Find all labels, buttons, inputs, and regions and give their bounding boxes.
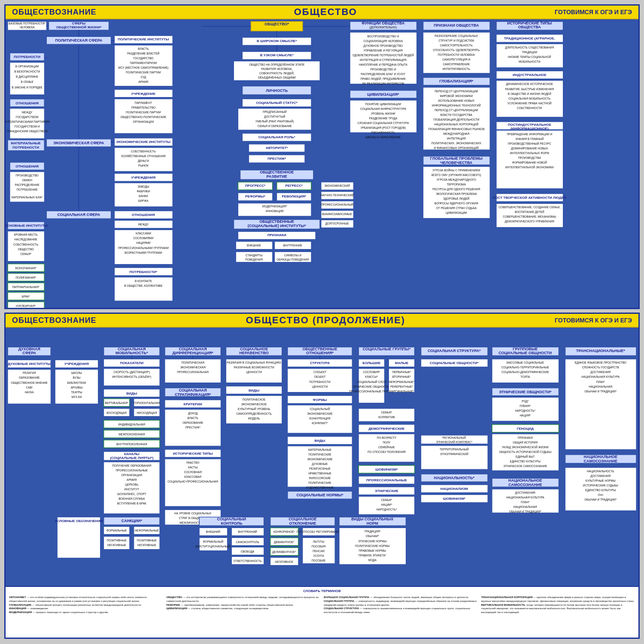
svg-text:ПОЗИТИВНЫЕ: ПОЗИТИВНЫЕ	[107, 539, 127, 542]
svg-text:НАЦИОНАЛЬНАЯ КУЛЬТУРА: НАЦИОНАЛЬНАЯ КУЛЬТУРА	[581, 376, 620, 379]
svg-text:КОНКУРЕНЦИЯ: КОНКУРЕНЦИЯ	[309, 417, 330, 420]
svg-text:ВИДЫ: ВИДЫ	[126, 392, 137, 395]
svg-text:НЕРАВЕНСТВО: НЕРАВЕНСТВО	[239, 351, 268, 355]
svg-text:ЭКОНОМИЧЕСКОЕ: ЭКОНОМИЧЕСКОЕ	[241, 403, 267, 406]
svg-text:ПРИЗНАКИ: ПРИЗНАКИ	[518, 436, 533, 439]
svg-text:НАЦИЯ*: НАЦИЯ*	[519, 414, 531, 417]
svg-text:СОЦИАЛЬНАЯ СФЕРА: СОЦИАЛЬНАЯ СФЕРА	[58, 213, 100, 217]
svg-text:ТЕРРОРИЗМА: ТЕРРОРИЗМА	[447, 183, 466, 186]
svg-text:В УЗКОМ СМЫСЛЕ*: В УЗКОМ СМЫСЛЕ*	[260, 53, 294, 57]
svg-text:ФОРМАЛЬНЫЙ: ФОРМАЛЬНЫЙ	[203, 540, 223, 543]
svg-text:ЭКОНОМИЧЕСКИЕ: ЭКОНОМИЧЕСКИЕ	[307, 458, 333, 461]
svg-text:КРОВНАЯ МЕСТЬ: КРОВНАЯ МЕСТЬ	[14, 233, 37, 236]
svg-text:УСЛУГИ: УСЛУГИ	[313, 554, 324, 557]
svg-text:ПОВЕДЕНИЯ: ПОВЕДЕНИЯ	[245, 258, 263, 261]
svg-text:ДОСТИГНУТЫЙ: ДОСТИГНУТЫЙ	[264, 115, 286, 118]
svg-text:(СОЦИАЛЬНЫЕ) ИНСТИТУТЫ*: (СОЦИАЛЬНЫЕ) ИНСТИТУТЫ*	[248, 224, 306, 228]
svg-text:УРБАНИЗАЦИЯ (РОСТ ГОРОДОВ): УРБАНИЗАЦИЯ (РОСТ ГОРОДОВ)	[361, 126, 406, 130]
svg-text:(ИНСТИТУЦИОНАЛЬНЫЙ): (ИНСТИТУЦИОНАЛЬНЫЙ)	[195, 544, 231, 548]
svg-text:СОЦИАЛЬНЫЙ СЛОЙ: СОЦИАЛЬНЫЙ СЛОЙ	[357, 380, 386, 384]
svg-text:ПРОИЗВОДСТВЕННЫЙ РЕСУРС: ПРОИЗВОДСТВЕННЫЙ РЕСУРС	[508, 142, 551, 146]
glossary-col-2: ОБЩЕСТВО — это исторически развивающаяся…	[167, 595, 321, 614]
svg-text:ПОЛИТИЧЕСКИЕ ИНСТИТУТЫ: ПОЛИТИЧЕСКИЕ ИНСТИТУТЫ	[118, 37, 169, 41]
svg-text:ПОЛИТИЧЕСКАЯ СФЕРА: ПОЛИТИЧЕСКАЯ СФЕРА	[55, 38, 103, 43]
svg-text:ГОСУДАРСТВОМ И: ГОСУДАРСТВОМ И	[15, 125, 40, 128]
svg-text:ОБЩЕСТВЕННЫЕ: ОБЩЕСТВЕННЫЕ	[259, 219, 294, 224]
svg-text:В ЗАКОНЕ И ПОРЯДКЕ: В ЗАКОНЕ И ПОРЯДКЕ	[12, 86, 43, 89]
svg-text:ДЕМОГРАФИЧЕСКИЕ: ДЕМОГРАФИЧЕСКИЕ	[368, 427, 405, 431]
svg-text:СОЦИАЛЬНЫЙ: СОЦИАЛЬНЫЙ	[310, 407, 330, 411]
svg-text:СОВЕРШЕНСТВОВАНИЕ, СОЗДАНИЕ СЕ: СОВЕРШЕНСТВОВАНИЕ, СОЗДАНИЕ СЕМЬИ,	[498, 206, 560, 209]
svg-text:ИХ РЕАЛИЗАЦИИ ИНТЕРЕСОВ: ИХ РЕАЛИЗАЦИИ ИНТЕРЕСОВ	[362, 82, 404, 86]
svg-text:ОТВЕТСТВЕННОСТЬ: ОТВЕТСТВЕННОСТЬ	[234, 559, 262, 562]
svg-text:ФОРМЫ: ФОРМЫ	[313, 398, 327, 402]
svg-text:ПОЛУ: ПОЛУ	[383, 441, 391, 444]
svg-text:ТЕРРИТОРИАЛЬНЫЙ: ТЕРРИТОРИАЛЬНЫЙ	[440, 447, 469, 451]
svg-text:СОЦИАЛЬНЫЙ: СОЦИАЛЬНЫЙ	[217, 516, 246, 521]
svg-text:НАКОПЛЕНИЕ И ПЕРЕДАЧА ОПЫТА: НАКОПЛЕНИЕ И ПЕРЕДАЧА ОПЫТА	[359, 63, 408, 67]
svg-text:НАЦИОНАЛЬНОСТЬ: НАЦИОНАЛЬНОСТЬ	[587, 470, 614, 473]
svg-text:ЭТНИЧЕСКИЕ: ЭТНИЧЕСКИЕ	[375, 489, 399, 493]
svg-text:РАЗНООБРАЗИЕ СОЦИАЛЬНЫХ: РАЗНООБРАЗИЕ СОЦИАЛЬНЫХ	[434, 34, 478, 38]
svg-text:БОЛЬШИЕ: БОЛЬШИЕ	[362, 361, 381, 365]
svg-text:НЕГАТИВНОЕ: НЕГАТИВНОЕ	[275, 560, 294, 563]
svg-text:ВИДЫ СОЦИАЛЬНЫХ: ВИДЫ СОЦИАЛЬНЫХ	[351, 517, 393, 521]
svg-text:СОСЛОВИЯ*: СОСЛОВИЯ*	[363, 371, 380, 374]
svg-text:ОСНОВНЫЕ ИНСТИТУТЫ: ОСНОВНЫЕ ИНСТИТУТЫ	[6, 224, 48, 228]
svg-text:ПЛАН*: ПЛАН*	[596, 380, 605, 383]
svg-text:СОЦИАЛЬНАЯ СТРУКТУРА*: СОЦИАЛЬНАЯ СТРУКТУРА*	[428, 349, 481, 353]
svg-text:ПОТРЕБНОСТИ: ПОТРЕБНОСТИ	[12, 146, 39, 149]
svg-text:УМЕЛЫЙ (РАНГ-РАНГОВЫЙ): УМЕЛЫЙ (РАНГ-РАНГОВЫЙ)	[255, 119, 294, 123]
svg-text:САНКЦИИ*: САНКЦИИ*	[122, 519, 142, 523]
svg-text:ИННОВАЦИЯ: ИННОВАЦИЯ	[266, 210, 284, 213]
svg-rect-72	[115, 45, 173, 86]
svg-text:ШОВИНИЗМ*: ШОВИНИЗМ*	[443, 497, 466, 501]
svg-text:НАРОДНОСТЬ*: НАРОДНОСТЬ*	[515, 409, 536, 413]
glossary-col-3: БОЛЬШАЯ СОЦИАЛЬНАЯ ГРУППА — объединение …	[324, 595, 478, 614]
svg-text:СОЦИАЛЬНАЯ: СОЦИАЛЬНАЯ	[179, 388, 207, 392]
svg-text:СОЦИАЛЬНЫЙ СТАТУС*: СОЦИАЛЬНЫЙ СТАТУС*	[256, 101, 298, 105]
svg-text:ОТНОШЕНИЯ: ОТНОШЕНИЯ	[15, 101, 39, 105]
svg-text:ПРЕВРАЩЕНИЕ ИНФОРМАЦИИ И: ПРЕВРАЩЕНИЕ ИНФОРМАЦИИ И	[507, 133, 552, 136]
svg-text:ОБЩАЯ ИСТОРИЯ: ОБЩАЯ ИСТОРИЯ	[513, 441, 538, 444]
svg-text:ПРОИЗВОДСТВО: ПРОИЗВОДСТВО	[15, 174, 39, 177]
svg-text:НАЦИОНАЛЬНАЯ: НАЦИОНАЛЬНАЯ	[513, 505, 537, 509]
svg-text:ЦЕРКОВЬ: ЦЕРКОВЬ	[125, 483, 138, 486]
svg-text:В ОБЩЕСТВЕ, КОЛЛЕКТИВЕ: В ОБЩЕСТВЕ, КОЛЛЕКТИВЕ	[124, 284, 163, 288]
svg-text:УЧРЕЖДЕНИЯ: УЧРЕЖДЕНИЯ	[131, 176, 155, 179]
svg-text:НАСЛЕДОВАНИЕ: НАСЛЕДОВАНИЕ	[14, 238, 37, 241]
svg-text:ПРОГРЕСС*: ПРОГРЕСС*	[245, 184, 266, 188]
svg-text:СОЦИАЛЬНЫЕ ОБЩНОСТИ*: СОЦИАЛЬНЫЕ ОБЩНОСТИ*	[430, 361, 479, 365]
svg-text:ПРЕДПИСАННЫЙ: ПРЕДПИСАННЫЙ	[263, 110, 287, 114]
svg-rect-209	[423, 32, 490, 73]
svg-text:РАЗВИТИЕ: РАЗВИТИЕ	[267, 174, 287, 179]
svg-text:ШКОЛЫ И ОБРАЗОВАНИЕ: ШКОЛЫ И ОБРАЗОВАНИЕ	[366, 136, 401, 139]
svg-text:ДИНАМИЧЕСКОЕ ИСТОРИЧЕСКОЕ: ДИНАМИЧЕСКОЕ ИСТОРИЧЕСКОЕ	[506, 83, 553, 86]
svg-text:ПРАВИЛА ЭТИКЕТА*: ПРАВИЛА ЭТИКЕТА*	[358, 554, 386, 557]
svg-text:ПЛЕМЯ*: ПЛЕМЯ*	[519, 404, 531, 407]
svg-text:ВНЕШНИЕ: ВНЕШНИЕ	[247, 244, 261, 247]
svg-text:МАССОВЫЕ СОЦИАЛЬНЫЕ: МАССОВЫЕ СОЦИАЛЬНЫЕ	[507, 361, 544, 365]
svg-text:УСЛОЖНЕНИЕ ПРАВА ЧАСТНОЙ: УСЛОЖНЕНИЕ ПРАВА ЧАСТНОЙ	[507, 101, 552, 105]
svg-text:ЭКОЛОГИЧЕСКАЯ ПРОБЛЕМА: ЭКОЛОГИЧЕСКАЯ ПРОБЛЕМА	[436, 192, 477, 195]
svg-text:ЭТНОГРАФИЧЕСКИЙ: ЭТНОГРАФИЧЕСКИЙ	[440, 452, 468, 456]
top-header-right: ГОТОВИМСЯ К ОГЭ И ЕГЭ	[555, 9, 632, 15]
svg-text:НИСХОДЯЩАЯ: НИСХОДЯЩАЯ	[137, 411, 157, 415]
svg-text:ВЛАСТЬ: ВЛАСТЬ	[138, 47, 149, 50]
svg-text:ОБЫЧАИ И ТРАДИЦИИ*: ОБЫЧАИ И ТРАДИЦИИ*	[584, 390, 617, 393]
svg-text:РЕЛИГИЯ: РЕЛИГИЯ	[23, 371, 36, 374]
svg-text:ТРАДИЦИЯ*: ТРАДИЦИЯ*	[364, 530, 381, 533]
svg-text:ЭТНИЧЕСКИЙ КОМПЛЕКС*: ЭТНИЧЕСКИЙ КОМПЛЕКС*	[436, 440, 472, 444]
svg-text:СКОРОСТЬ (ДИСТАНЦИЯ*): СКОРОСТЬ (ДИСТАНЦИЯ*)	[113, 371, 150, 374]
svg-text:РЕФОРМЫ*: РЕФОРМЫ*	[245, 194, 266, 198]
svg-text:ПРОФЕССИОНАЛЬНЫЙ: ПРОФЕССИОНАЛЬНЫЙ	[321, 203, 353, 206]
svg-text:ЗДОРОВЬЕ ЛЮДЕЙ: ЗДОРОВЬЕ ЛЮДЕЙ	[443, 197, 470, 200]
svg-text:ВЛАСТЬ: ВЛАСТЬ	[187, 416, 198, 419]
svg-text:ГОСУДАРСТВОМ: ГОСУДАРСТВОМ	[16, 115, 39, 119]
svg-text:КОНФОРМНОЕ*: КОНФОРМНОЕ*	[273, 530, 295, 533]
svg-text:ПОТРЕБЛЕНИЕ: ПОТРЕБЛЕНИЕ	[17, 188, 38, 191]
svg-text:ПЕНСИИ: ПЕНСИИ	[313, 550, 325, 553]
svg-text:ПЕРЕХОД ОТ ЦЕНТРАЛИЗАЦИИ: ПЕРЕХОД ОТ ЦЕНТРАЛИЗАЦИИ	[434, 90, 478, 93]
svg-text:ЭТНИЧЕСКОЕ САМОСОЗНАНИЕ: ЭТНИЧЕСКОЕ САМОСОЗНАНИЕ	[503, 465, 547, 468]
svg-text:ГЛОБАЛИЗАЦИЯ*: ГЛОБАЛИЗАЦИЯ*	[439, 79, 473, 83]
